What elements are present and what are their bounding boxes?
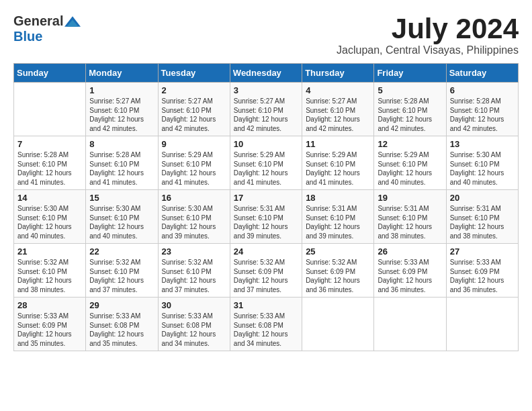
weekday-header: Friday bbox=[374, 64, 446, 83]
calendar-cell: 10Sunrise: 5:29 AM Sunset: 6:10 PM Dayli… bbox=[230, 136, 302, 190]
calendar-cell: 26Sunrise: 5:33 AM Sunset: 6:09 PM Dayli… bbox=[374, 244, 446, 298]
weekday-header: Tuesday bbox=[158, 64, 230, 83]
calendar-cell: 2Sunrise: 5:27 AM Sunset: 6:10 PM Daylig… bbox=[158, 83, 230, 136]
day-number: 18 bbox=[306, 193, 370, 203]
calendar-cell: 7Sunrise: 5:28 AM Sunset: 6:10 PM Daylig… bbox=[14, 136, 86, 190]
weekday-header: Thursday bbox=[302, 64, 374, 83]
day-info: Sunrise: 5:30 AM Sunset: 6:10 PM Dayligh… bbox=[450, 150, 515, 187]
day-info: Sunrise: 5:32 AM Sunset: 6:09 PM Dayligh… bbox=[306, 258, 370, 294]
calendar-cell: 19Sunrise: 5:31 AM Sunset: 6:10 PM Dayli… bbox=[374, 190, 446, 244]
day-number: 29 bbox=[89, 300, 154, 310]
day-number: 2 bbox=[162, 85, 226, 95]
weekday-header: Monday bbox=[86, 64, 158, 83]
calendar-cell: 9Sunrise: 5:29 AM Sunset: 6:10 PM Daylig… bbox=[158, 136, 230, 190]
calendar-cell: 22Sunrise: 5:32 AM Sunset: 6:10 PM Dayli… bbox=[86, 244, 158, 298]
day-number: 15 bbox=[89, 193, 154, 203]
day-info: Sunrise: 5:28 AM Sunset: 6:10 PM Dayligh… bbox=[378, 97, 442, 133]
day-number: 7 bbox=[17, 139, 82, 149]
day-info: Sunrise: 5:31 AM Sunset: 6:10 PM Dayligh… bbox=[306, 204, 370, 240]
calendar-cell: 4Sunrise: 5:27 AM Sunset: 6:10 PM Daylig… bbox=[302, 83, 374, 136]
day-number: 23 bbox=[162, 246, 226, 257]
day-number: 3 bbox=[234, 85, 298, 95]
title-area: July 2024 Jaclupan, Central Visayas, Phi… bbox=[337, 13, 519, 56]
calendar-week-row: 7Sunrise: 5:28 AM Sunset: 6:10 PM Daylig… bbox=[14, 136, 519, 190]
day-number: 6 bbox=[450, 85, 515, 95]
day-number: 17 bbox=[234, 193, 298, 203]
weekday-header: Saturday bbox=[446, 64, 518, 83]
day-number: 9 bbox=[162, 139, 226, 149]
calendar-cell: 16Sunrise: 5:30 AM Sunset: 6:10 PM Dayli… bbox=[158, 190, 230, 244]
day-info: Sunrise: 5:27 AM Sunset: 6:10 PM Dayligh… bbox=[89, 97, 154, 133]
day-info: Sunrise: 5:30 AM Sunset: 6:10 PM Dayligh… bbox=[89, 204, 154, 240]
day-number: 22 bbox=[89, 246, 154, 257]
calendar-cell bbox=[302, 298, 374, 351]
day-number: 20 bbox=[450, 193, 515, 203]
day-info: Sunrise: 5:28 AM Sunset: 6:10 PM Dayligh… bbox=[89, 150, 154, 187]
calendar: SundayMondayTuesdayWednesdayThursdayFrid… bbox=[13, 63, 519, 351]
calendar-cell: 18Sunrise: 5:31 AM Sunset: 6:10 PM Dayli… bbox=[302, 190, 374, 244]
day-info: Sunrise: 5:29 AM Sunset: 6:10 PM Dayligh… bbox=[378, 150, 442, 187]
day-number: 11 bbox=[306, 139, 370, 149]
day-info: Sunrise: 5:30 AM Sunset: 6:10 PM Dayligh… bbox=[162, 204, 226, 240]
day-info: Sunrise: 5:31 AM Sunset: 6:10 PM Dayligh… bbox=[450, 204, 515, 240]
day-number: 4 bbox=[306, 85, 370, 95]
day-info: Sunrise: 5:33 AM Sunset: 6:09 PM Dayligh… bbox=[450, 258, 515, 294]
day-info: Sunrise: 5:33 AM Sunset: 6:08 PM Dayligh… bbox=[234, 312, 298, 348]
calendar-cell: 14Sunrise: 5:30 AM Sunset: 6:10 PM Dayli… bbox=[14, 190, 86, 244]
day-info: Sunrise: 5:27 AM Sunset: 6:10 PM Dayligh… bbox=[162, 97, 226, 133]
calendar-cell: 23Sunrise: 5:32 AM Sunset: 6:10 PM Dayli… bbox=[158, 244, 230, 298]
day-number: 16 bbox=[162, 193, 226, 203]
day-info: Sunrise: 5:30 AM Sunset: 6:10 PM Dayligh… bbox=[17, 204, 82, 240]
logo: General Blue bbox=[13, 13, 81, 44]
calendar-cell: 1Sunrise: 5:27 AM Sunset: 6:10 PM Daylig… bbox=[86, 83, 158, 136]
day-info: Sunrise: 5:33 AM Sunset: 6:09 PM Dayligh… bbox=[378, 258, 442, 294]
day-number: 10 bbox=[234, 139, 298, 149]
logo-blue-text: Blue bbox=[13, 29, 42, 44]
day-number: 8 bbox=[89, 139, 154, 149]
calendar-cell bbox=[374, 298, 446, 351]
calendar-week-row: 14Sunrise: 5:30 AM Sunset: 6:10 PM Dayli… bbox=[14, 190, 519, 244]
day-number: 5 bbox=[378, 85, 442, 95]
calendar-cell: 13Sunrise: 5:30 AM Sunset: 6:10 PM Dayli… bbox=[446, 136, 518, 190]
calendar-cell: 24Sunrise: 5:32 AM Sunset: 6:09 PM Dayli… bbox=[230, 244, 302, 298]
day-info: Sunrise: 5:32 AM Sunset: 6:09 PM Dayligh… bbox=[234, 258, 298, 294]
calendar-cell: 25Sunrise: 5:32 AM Sunset: 6:09 PM Dayli… bbox=[302, 244, 374, 298]
day-info: Sunrise: 5:28 AM Sunset: 6:10 PM Dayligh… bbox=[17, 150, 82, 187]
day-number: 19 bbox=[378, 193, 442, 203]
day-info: Sunrise: 5:29 AM Sunset: 6:10 PM Dayligh… bbox=[234, 150, 298, 187]
calendar-cell: 20Sunrise: 5:31 AM Sunset: 6:10 PM Dayli… bbox=[446, 190, 518, 244]
calendar-week-row: 21Sunrise: 5:32 AM Sunset: 6:10 PM Dayli… bbox=[14, 244, 519, 298]
calendar-cell: 11Sunrise: 5:29 AM Sunset: 6:10 PM Dayli… bbox=[302, 136, 374, 190]
day-info: Sunrise: 5:33 AM Sunset: 6:08 PM Dayligh… bbox=[89, 312, 154, 348]
calendar-cell: 21Sunrise: 5:32 AM Sunset: 6:10 PM Dayli… bbox=[14, 244, 86, 298]
day-info: Sunrise: 5:32 AM Sunset: 6:10 PM Dayligh… bbox=[89, 258, 154, 294]
day-info: Sunrise: 5:28 AM Sunset: 6:10 PM Dayligh… bbox=[450, 97, 515, 133]
day-number: 26 bbox=[378, 246, 442, 257]
header: General Blue July 2024 Jaclupan, Central… bbox=[13, 13, 519, 56]
day-number: 21 bbox=[17, 246, 82, 257]
calendar-cell: 30Sunrise: 5:33 AM Sunset: 6:08 PM Dayli… bbox=[158, 298, 230, 351]
day-number: 13 bbox=[450, 139, 515, 149]
day-info: Sunrise: 5:32 AM Sunset: 6:10 PM Dayligh… bbox=[17, 258, 82, 294]
day-info: Sunrise: 5:29 AM Sunset: 6:10 PM Dayligh… bbox=[162, 150, 226, 187]
calendar-header-row: SundayMondayTuesdayWednesdayThursdayFrid… bbox=[14, 64, 519, 83]
calendar-cell: 29Sunrise: 5:33 AM Sunset: 6:08 PM Dayli… bbox=[86, 298, 158, 351]
day-number: 12 bbox=[378, 139, 442, 149]
day-number: 25 bbox=[306, 246, 370, 257]
day-info: Sunrise: 5:32 AM Sunset: 6:10 PM Dayligh… bbox=[162, 258, 226, 294]
calendar-cell: 17Sunrise: 5:31 AM Sunset: 6:10 PM Dayli… bbox=[230, 190, 302, 244]
calendar-cell: 15Sunrise: 5:30 AM Sunset: 6:10 PM Dayli… bbox=[86, 190, 158, 244]
day-info: Sunrise: 5:31 AM Sunset: 6:10 PM Dayligh… bbox=[378, 204, 442, 240]
calendar-week-row: 1Sunrise: 5:27 AM Sunset: 6:10 PM Daylig… bbox=[14, 83, 519, 136]
day-info: Sunrise: 5:27 AM Sunset: 6:10 PM Dayligh… bbox=[306, 97, 370, 133]
calendar-cell bbox=[14, 83, 86, 136]
day-info: Sunrise: 5:31 AM Sunset: 6:10 PM Dayligh… bbox=[234, 204, 298, 240]
day-info: Sunrise: 5:33 AM Sunset: 6:08 PM Dayligh… bbox=[162, 312, 226, 348]
calendar-cell bbox=[446, 298, 518, 351]
calendar-cell: 27Sunrise: 5:33 AM Sunset: 6:09 PM Dayli… bbox=[446, 244, 518, 298]
weekday-header: Sunday bbox=[14, 64, 86, 83]
day-info: Sunrise: 5:27 AM Sunset: 6:10 PM Dayligh… bbox=[234, 97, 298, 133]
logo-icon bbox=[64, 15, 81, 28]
location-title: Jaclupan, Central Visayas, Philippines bbox=[337, 44, 519, 56]
calendar-week-row: 28Sunrise: 5:33 AM Sunset: 6:09 PM Dayli… bbox=[14, 298, 519, 351]
